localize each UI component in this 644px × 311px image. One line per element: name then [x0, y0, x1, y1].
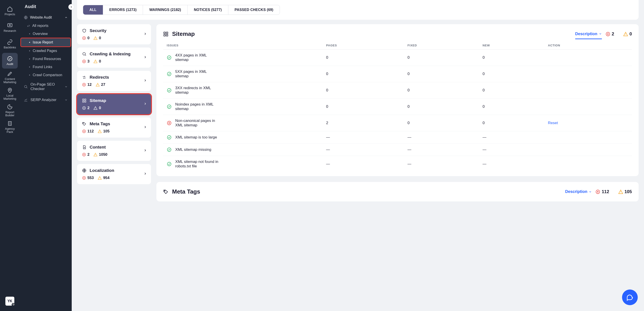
category-localization[interactable]: Localization 553 954 [77, 164, 151, 184]
sidebar-collapse-button[interactable] [68, 4, 74, 10]
category-sitemap[interactable]: Sitemap 2 0 [77, 94, 151, 114]
category-error-count: 12 [82, 82, 92, 87]
chart-icon [24, 98, 28, 102]
warning-triangle-icon [623, 32, 628, 36]
table-row[interactable]: 3XX redirects in XML sitemap 0 0 0 [163, 82, 632, 98]
chat-fab[interactable] [622, 290, 638, 305]
rail-report-builder[interactable]: Report Builder [2, 102, 18, 118]
category-label: Redirects [90, 75, 109, 80]
category-meta[interactable]: Meta Tags 112 105 [77, 118, 151, 138]
cell-fixed: 0 [404, 66, 479, 82]
table-row[interactable]: XML sitemap missing — — — [163, 144, 632, 156]
table-row[interactable]: Non-canonical pages in XML sitemap 2 0 0… [163, 115, 632, 131]
category-warning-count: 1050 [94, 152, 107, 157]
cell-pages: 0 [322, 66, 404, 82]
rail-content-marketing[interactable]: Content Marketing [2, 70, 18, 85]
sidebar-item-overview[interactable]: Overview [20, 30, 72, 38]
cell-fixed: 0 [404, 98, 479, 115]
panel2-warning-count: 105 [618, 189, 632, 194]
table-row[interactable]: 5XX pages in XML sitemap 0 0 0 [163, 66, 632, 82]
category-error-count: 2 [82, 106, 90, 110]
sidebar-item-found-resources[interactable]: Found Resources [20, 55, 72, 63]
sidebar-item-crawl-comparison[interactable]: Crawl Comparison [20, 71, 72, 79]
rail-local-marketing[interactable]: Local Marketing [2, 86, 18, 102]
sidebar-all-reports[interactable]: All reports [20, 22, 72, 30]
category-crawling[interactable]: Crawling & Indexing 3 0 [77, 48, 151, 68]
description-tab-2[interactable]: Description [565, 189, 592, 194]
rail-research[interactable]: Research [2, 20, 18, 36]
warning-triangle-icon [618, 189, 623, 194]
svg-rect-13 [83, 101, 84, 102]
sidebar-item-issue-report[interactable]: Issue Report [21, 38, 70, 46]
rail-projects[interactable]: Projects [2, 3, 18, 19]
sidebar-item-found-links[interactable]: Found Links [20, 63, 72, 71]
table-row[interactable]: Noindex pages in XML sitemap 0 0 0 [163, 98, 632, 115]
check-circle-icon [167, 88, 172, 93]
category-redirects[interactable]: Redirects 12 27 [77, 71, 151, 91]
category-content[interactable]: Content 2 1050 [77, 141, 151, 161]
issue-name: 4XX pages in XML sitemap [175, 53, 220, 62]
pin-icon [7, 88, 13, 93]
chevron-left-icon [70, 6, 72, 8]
table-row[interactable]: 4XX pages in XML sitemap 0 0 0 [163, 50, 632, 66]
svg-point-6 [24, 85, 27, 88]
chevron-down-icon [64, 98, 68, 102]
tab-all[interactable]: ALL [83, 5, 103, 14]
rail-audit[interactable]: Audit [2, 53, 18, 68]
category-warning-count: 0 [94, 59, 101, 64]
cell-fixed: — [404, 156, 479, 172]
table-row[interactable]: XML sitemap is too large — — — [163, 131, 632, 144]
cell-pages: 0 [322, 50, 404, 66]
sidebar-item-crawled-pages[interactable]: Crawled Pages [20, 47, 72, 55]
svg-rect-21 [164, 32, 165, 34]
check-circle-icon [167, 55, 172, 60]
col-fixed: FIXED [404, 42, 479, 50]
warning-triangle-icon [94, 60, 98, 64]
cell-fixed: 0 [404, 115, 479, 131]
cell-new: 0 [479, 115, 544, 131]
sidebar: Audit Website Audit All reports Overview… [20, 0, 72, 311]
category-error-count: 553 [82, 176, 94, 180]
sidebar-onpage-seo-checker[interactable]: On-Page SEO Checker [20, 79, 72, 94]
chevron-down-icon [64, 85, 68, 88]
user-avatar[interactable]: YK ⚙ [6, 297, 14, 306]
cell-pages: — [322, 131, 404, 144]
col-pages: PAGES [322, 42, 404, 50]
tab-warnings[interactable]: WARNINGS (2182) [143, 5, 188, 14]
description-tab[interactable]: Description [575, 32, 602, 39]
cell-new: 0 [479, 66, 544, 82]
sidebar-serp-analyzer[interactable]: SERP Analyzer [20, 94, 72, 105]
tab-passed[interactable]: PASSED CHECKS (69) [228, 5, 280, 14]
check-circle-icon [167, 135, 172, 140]
category-error-count: 3 [82, 59, 90, 64]
main-content: ALL ERRORS (1273) WARNINGS (2182) NOTICE… [72, 0, 644, 311]
svg-point-32 [168, 148, 171, 152]
tab-errors[interactable]: ERRORS (1273) [103, 5, 143, 14]
grid-icon [82, 98, 86, 103]
error-circle-icon [82, 152, 86, 156]
detail-column: Sitemap Description 2 [156, 24, 638, 202]
svg-point-1 [9, 24, 10, 26]
svg-point-8 [83, 52, 85, 55]
panel-warning-count: 0 [623, 31, 632, 36]
cell-new: 0 [479, 82, 544, 98]
rail-backlinks[interactable]: Backlinks [2, 36, 18, 52]
sidebar-section-website-audit[interactable]: Website Audit [20, 13, 72, 22]
warning-triangle-icon [98, 129, 102, 133]
category-error-count: 0 [82, 36, 90, 40]
link-icon [7, 39, 13, 45]
reset-link[interactable]: Reset [548, 121, 558, 125]
chevron-right-icon [144, 55, 147, 60]
tab-notices[interactable]: NOTICES (5277) [188, 5, 228, 14]
error-circle-icon [596, 189, 600, 194]
issue-name: 5XX pages in XML sitemap [175, 70, 220, 78]
error-circle-icon [167, 120, 172, 126]
chat-icon [626, 294, 634, 301]
issue-name: XML sitemap not found in robots.txt file [175, 160, 220, 168]
cell-pages: 0 [322, 98, 404, 115]
category-warning-count: 105 [98, 129, 109, 134]
issue-name: 3XX redirects in XML sitemap [175, 86, 220, 95]
category-security[interactable]: Security 0 0 [77, 24, 151, 44]
table-row[interactable]: XML sitemap not found in robots.txt file… [163, 156, 632, 172]
rail-agency-pack[interactable]: Agency Pack [2, 119, 18, 135]
